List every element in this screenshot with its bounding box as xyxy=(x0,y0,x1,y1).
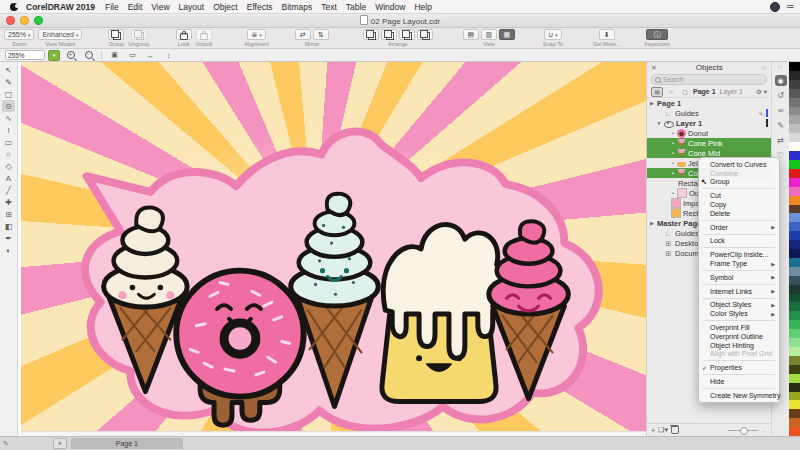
freehand-tool-icon[interactable]: ∿ xyxy=(2,112,15,124)
visibility-dot[interactable]: • xyxy=(671,150,675,156)
close-window-button[interactable] xyxy=(6,16,15,25)
palette-swatch[interactable] xyxy=(789,240,800,249)
palette-swatch[interactable] xyxy=(789,160,800,169)
context-menu-item-overprint-fill[interactable]: Overprint Fill xyxy=(699,323,779,332)
tree-row-layer-1[interactable]: ▼Layer 1 xyxy=(647,118,771,128)
zoom-to-height-button[interactable]: ↕ xyxy=(161,49,176,61)
menu-list-icon[interactable]: ≔ xyxy=(786,2,794,11)
snap-to-button[interactable]: ∪▾ xyxy=(544,29,562,40)
palette-swatch[interactable] xyxy=(789,276,800,285)
add-object-button[interactable]: + xyxy=(651,427,655,434)
zoom-to-selection-button[interactable]: ▣ xyxy=(107,49,122,61)
outline-pen-tool-icon[interactable]: ✒ xyxy=(2,232,15,244)
visibility-dot[interactable]: • xyxy=(671,130,675,136)
zoom-out-button[interactable]: − xyxy=(81,49,96,61)
palette-swatch[interactable] xyxy=(789,89,800,98)
palette-swatch[interactable] xyxy=(789,142,800,151)
context-menu-item-internet-links[interactable]: Internet Links▶ xyxy=(699,287,779,296)
palette-swatch[interactable] xyxy=(789,178,800,187)
palette-swatch[interactable] xyxy=(789,400,800,409)
context-menu-item-order[interactable]: Order▶ xyxy=(699,223,779,232)
view-mode-dropdown[interactable]: Enhanced▾ xyxy=(38,29,82,40)
context-menu-item-convert-to-curves[interactable]: Convert to Curves xyxy=(699,160,779,169)
eyedropper-tool-icon[interactable]: ✚ xyxy=(2,196,15,208)
palette-swatch[interactable] xyxy=(789,196,800,205)
context-menu-item-hide[interactable]: Hide xyxy=(699,377,779,386)
palette-swatch[interactable] xyxy=(789,231,800,240)
interactive-fill-tool-icon[interactable]: ◧ xyxy=(2,220,15,232)
context-menu-item-create-new-symmetry[interactable]: Create New Symmetry xyxy=(699,391,779,400)
zoom-tool-icon[interactable]: ⊙ xyxy=(2,100,15,112)
palette-swatch[interactable] xyxy=(789,338,800,347)
control-knob-icon[interactable] xyxy=(770,2,780,12)
zoom-window-button[interactable] xyxy=(34,16,43,25)
context-menu-item-symbol[interactable]: Symbol▶ xyxy=(699,273,779,282)
palette-swatch[interactable] xyxy=(789,98,800,107)
tree-row-page-1[interactable]: ▶Page 1 xyxy=(647,98,771,108)
zoom-apply-dropdown[interactable]: ▾ xyxy=(48,50,60,61)
visibility-dot[interactable]: • xyxy=(671,160,675,166)
ungroup-button[interactable] xyxy=(131,29,147,40)
palette-swatch[interactable] xyxy=(789,418,800,427)
palette-swatch[interactable] xyxy=(789,311,800,320)
context-menu-item-lock[interactable]: Lock xyxy=(699,237,779,246)
edit-lock-pencil-icon[interactable]: ✎ xyxy=(758,110,763,117)
palette-swatch[interactable] xyxy=(789,267,800,276)
palette-swatch[interactable] xyxy=(789,187,800,196)
visibility-dot[interactable]: • xyxy=(671,140,675,146)
apple-menu-icon[interactable] xyxy=(10,3,18,11)
pick-tool-icon[interactable]: ↖ xyxy=(2,64,15,76)
menu-table[interactable]: Table xyxy=(346,2,366,12)
palette-swatch[interactable] xyxy=(789,329,800,338)
context-menu-item-color-styles[interactable]: Color Styles▶ xyxy=(699,309,779,318)
palette-swatch[interactable] xyxy=(789,151,800,160)
unlock-button[interactable] xyxy=(196,29,212,40)
context-menu-item-cut[interactable]: Cut xyxy=(699,191,779,200)
menu-object[interactable]: Object xyxy=(213,2,238,12)
palette-swatch[interactable] xyxy=(789,133,800,142)
canvas-artwork[interactable] xyxy=(21,62,646,436)
pages-view-button[interactable]: ▤ xyxy=(651,87,663,97)
transform-icon[interactable]: ⇄ xyxy=(777,136,784,146)
palette-swatch[interactable] xyxy=(789,62,800,71)
menu-edit[interactable]: Edit xyxy=(128,2,143,12)
palette-swatch[interactable] xyxy=(789,80,800,89)
palette-swatch[interactable] xyxy=(789,320,800,329)
palette-swatch[interactable] xyxy=(789,294,800,303)
rectangle-tool-icon[interactable]: ▭ xyxy=(2,136,15,148)
palette-swatch[interactable] xyxy=(789,115,800,124)
palette-swatch[interactable] xyxy=(789,374,800,383)
palette-swatch[interactable] xyxy=(789,169,800,178)
menu-help[interactable]: Help xyxy=(414,2,431,12)
zoom-level-dropdown[interactable]: 255%▾ xyxy=(4,29,34,40)
drawing-canvas[interactable] xyxy=(21,62,646,436)
menu-file[interactable]: File xyxy=(105,2,119,12)
brush-icon[interactable]: ✎ xyxy=(777,121,784,131)
view-fullscreen-button[interactable]: ▤ xyxy=(463,29,479,40)
menu-effects[interactable]: Effects xyxy=(247,2,273,12)
palette-swatch[interactable] xyxy=(789,285,800,294)
shape-tool-icon[interactable]: ✎ xyxy=(2,76,15,88)
menu-bitmaps[interactable]: Bitmaps xyxy=(282,2,313,12)
palette-swatch[interactable] xyxy=(789,71,800,80)
context-menu-item-overprint-outline[interactable]: Overprint Outline xyxy=(699,332,779,341)
crop-tool-icon[interactable]: ▢ xyxy=(2,88,15,100)
arrange-forward-button[interactable] xyxy=(381,29,397,40)
palette-swatch[interactable] xyxy=(789,205,800,214)
objects-search-input[interactable]: Search xyxy=(651,74,767,85)
mirror-horizontal-button[interactable]: ⇄ xyxy=(295,29,311,40)
zoom-to-page-button[interactable]: ▭ xyxy=(125,49,140,61)
arrange-to-back-button[interactable] xyxy=(417,29,433,40)
polygon-tool-icon[interactable]: ◇ xyxy=(2,160,15,172)
arrange-backward-button[interactable] xyxy=(399,29,415,40)
alignment-button[interactable]: ≣▾ xyxy=(247,29,265,40)
palette-swatch[interactable] xyxy=(789,383,800,392)
text-tool-icon[interactable]: A xyxy=(2,172,15,184)
context-menu-item-delete[interactable]: Delete xyxy=(699,209,779,218)
panel-grip-icon[interactable]: ⁞⁞ xyxy=(762,65,767,71)
expand-arrow-icon[interactable]: ▶ xyxy=(649,220,655,226)
menu-text[interactable]: Text xyxy=(321,2,337,12)
visibility-dot[interactable]: • xyxy=(671,190,675,196)
view-normal-button[interactable]: ▦ xyxy=(499,29,515,40)
new-layer-button[interactable]: ❏▾ xyxy=(658,426,668,434)
